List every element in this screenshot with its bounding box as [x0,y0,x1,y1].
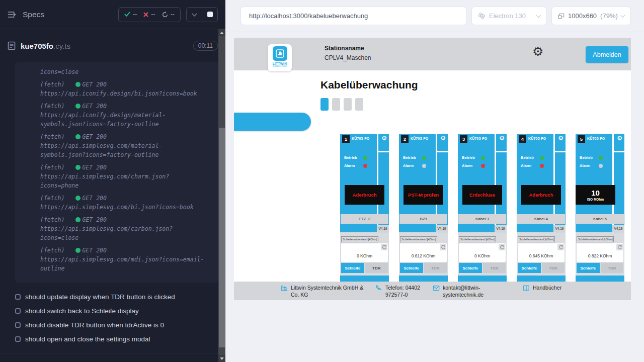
cable-name-label: Kabel 5 [576,214,624,224]
refresh-icon[interactable] [499,244,505,250]
success-dot-icon [75,196,80,201]
divider [378,151,389,152]
firmware-version-label: V4.19 [377,225,389,232]
resistance-value: 0.645 KOhm [518,253,565,258]
card-settings-gear-icon[interactable]: ⚙ [499,135,505,141]
email-icon [433,285,440,292]
schleife-button[interactable]: Schleife [577,263,600,273]
device-model-label: KÜ705-FO [528,137,546,140]
test-state-icon [15,294,21,300]
test-item[interactable]: should disable TDR button when tdrActive… [0,318,225,332]
test-item[interactable]: should update display when TDR button is… [0,290,225,304]
schleife-button[interactable]: Schleife [518,263,541,273]
resistance-value: 0.822 KOhm [577,253,623,258]
status-display: Aderbruch [521,185,561,205]
run-stats: -- -- -- [118,7,181,22]
slot-number-badge: 2 [401,135,409,143]
rack-tabs [320,98,363,111]
browser-selector[interactable]: Electron 130 [471,7,547,25]
schleife-button[interactable]: Schleife [459,263,482,273]
alarm-led [481,164,485,168]
cypress-runner-panel: Specs -- -- -- [0,0,225,362]
scroll-down-button[interactable] [218,355,225,362]
refresh-icon[interactable] [381,244,387,250]
stop-button[interactable] [202,8,217,22]
measurement-display: 0 KOhm [341,243,388,262]
tdr-button[interactable]: TDR [365,263,388,273]
measurement-label: Schleifenwiderstand [kOhm] [341,236,378,242]
viewport-size-selector[interactable]: 1000x660 (79%) [551,7,631,25]
betrieb-led [363,156,367,160]
measurement-label: Schleifenwiderstand [kOhm] [518,236,555,242]
refresh-icon[interactable] [557,244,564,250]
url-input[interactable]: http://localhost:3000/kabelueberwachung [240,7,467,25]
stop-icon [207,12,213,17]
divider [496,151,507,152]
spec-file-icon [8,41,16,50]
schleife-button[interactable]: Schleife [400,263,423,273]
test-state-icon [15,308,21,314]
resistance-value: 0 KOhm [459,253,506,258]
device-card-row: 1 KÜ705-FO ⚙ Betrieb Alarm Aderbruch FTZ… [340,134,624,283]
success-dot-icon [75,217,80,222]
stat-pending: -- [162,11,175,18]
status-display: Erdschluss [462,185,502,205]
card-settings-gear-icon[interactable]: ⚙ [558,135,564,141]
scrollbar-thumb[interactable] [219,128,225,347]
scroll-up-button[interactable] [218,29,225,36]
refresh-icon[interactable] [440,244,446,250]
tdr-button[interactable]: TDR [424,263,447,273]
status-display: PST-M prüfen [404,185,443,205]
network-log-entry: (fetch)GET 200 https://api.simplesvg.com… [40,194,205,212]
card-settings-gear-icon[interactable]: ⚙ [381,135,387,141]
success-dot-icon [75,165,80,170]
schleife-button[interactable]: Schleife [341,263,364,273]
network-log-entry: (fetch)GET 200 https://api.simplesvg.com… [40,163,205,190]
tdr-button[interactable]: TDR [483,263,506,273]
cable-name-label: Kabel 3 [458,214,506,224]
device-model-label: KÜ705-FO [411,137,428,140]
card-settings-gear-icon[interactable]: ⚙ [617,135,622,141]
rack-tab[interactable] [332,98,340,111]
cable-name-label: FTZ_2 [341,214,388,224]
betrieb-led [540,156,544,160]
measurement-display: 0.645 KOhm [518,243,565,262]
logout-button[interactable]: Abmelden [586,46,628,63]
factory-icon [281,285,288,292]
network-log-entry: (fetch)GET 200 https://api.simplesvg.com… [40,215,205,242]
specs-menu-icon[interactable] [8,11,17,18]
littwin-logo: LITTWIN SYSTEMTECHNIK [268,44,292,71]
test-item[interactable]: should switch back to Schleife display [0,304,225,318]
footer-manuals-link[interactable]: Handbücher [523,285,561,292]
collapse-chevron-button[interactable] [187,8,202,22]
success-dot-icon [75,248,80,253]
settings-gear-icon[interactable]: ⚙ [532,45,543,58]
tdr-button[interactable]: TDR [542,263,565,273]
alarm-led [422,164,426,168]
resistance-value: 0 KOhm [341,253,388,258]
footer-email: kontakt@littwin-systemtechnik.de [433,285,480,298]
spec-file-row[interactable]: kue705fo.cy.ts 00:11 [0,29,225,62]
betrieb-led [599,156,603,160]
spec-file-name: kue705fo.cy.ts [21,42,188,50]
tdr-button[interactable]: TDR [601,263,624,273]
network-log-entry: (fetch)GET 200 https://api.iconify.desig… [40,80,205,98]
betrieb-led [422,156,426,160]
run-controls [186,7,218,22]
card-settings-gear-icon[interactable]: ⚙ [440,135,446,141]
station-info: Stationsname CPLV4_Maschen [325,45,371,61]
sidebar-nav-item[interactable] [234,113,311,131]
success-dot-icon [75,134,80,139]
test-item[interactable]: should open and close the settings modal [0,332,225,346]
refresh-icon[interactable] [616,244,623,250]
success-dot-icon [75,82,80,87]
browser-toolbar: http://localhost:3000/kabelueberwachung … [225,0,644,32]
status-display: 10 ISO MOhm [576,185,615,205]
rack-tab[interactable] [344,98,352,111]
slot-number-badge: 5 [578,135,585,143]
alarm-led [363,164,367,168]
rack-tab[interactable] [320,98,329,111]
divider [555,151,566,152]
rack-tab[interactable] [355,98,363,111]
browser-preview-pane: http://localhost:3000/kabelueberwachung … [225,0,644,362]
